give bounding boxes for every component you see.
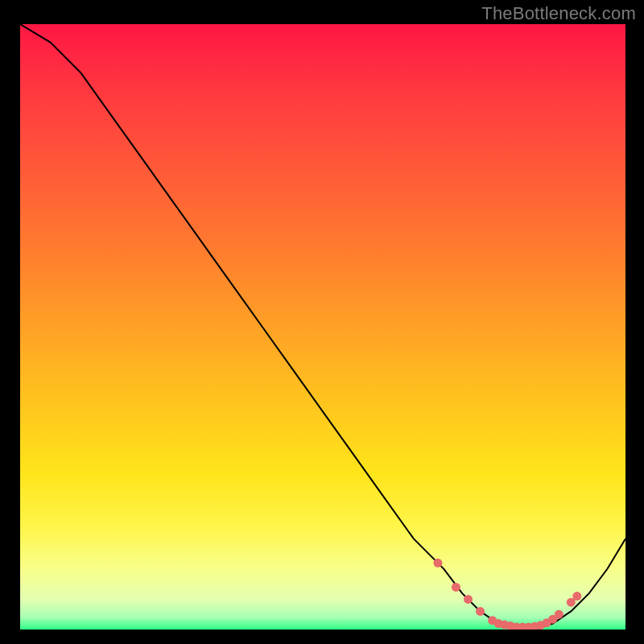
data-marker <box>433 559 442 568</box>
bottleneck-chart <box>20 24 625 630</box>
chart-frame: TheBottleneck.com <box>0 0 644 644</box>
data-marker <box>572 592 581 601</box>
data-marker <box>452 583 460 592</box>
data-marker <box>555 610 564 619</box>
attribution-text: TheBottleneck.com <box>481 3 636 24</box>
data-marker <box>476 607 485 616</box>
data-marker <box>464 595 473 604</box>
